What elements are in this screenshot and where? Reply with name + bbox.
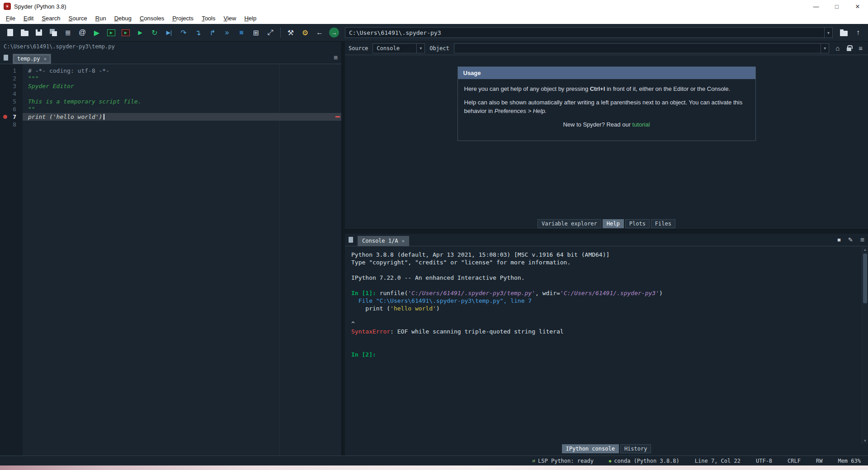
file-switcher-button[interactable]: ≣ xyxy=(61,26,75,39)
stop-debug-button[interactable]: ■ xyxy=(234,26,249,39)
symbol-finder-button[interactable]: @ xyxy=(75,26,90,39)
toolbar-separator xyxy=(280,28,281,38)
back-button[interactable]: ← xyxy=(312,26,327,39)
continue-execution-button[interactable]: » xyxy=(220,26,234,39)
fullscreen-button[interactable]: ⤢ xyxy=(263,26,278,39)
browse-tabs-icon[interactable] xyxy=(349,237,353,243)
usage-body: Here you can get help of any object by p… xyxy=(458,79,755,141)
rename-console-icon[interactable]: ✎ xyxy=(848,236,853,243)
forward-button[interactable]: → xyxy=(327,26,341,39)
title-bar: Spyder (Python 3.8) — □ ✕ xyxy=(0,0,868,13)
home-icon[interactable]: ⌂ xyxy=(835,44,840,52)
plugin-tab-bar: Variable explorer Help Plots Files xyxy=(345,218,868,229)
lsp-status: ⇄LSP Python: ready xyxy=(532,458,593,464)
usage-title: Usage xyxy=(458,67,755,79)
code-line: 5This is a temporary script file. xyxy=(0,98,341,105)
main-toolbar: ≣ @ ▶ ▶ ▶ ▶ ↻ ▶| ↷ ↴ ↱ » ■ ⊞ ⤢ ⚒ ⚙ ← → C… xyxy=(0,24,868,42)
editor-options-menu-icon[interactable]: ≡ xyxy=(334,54,338,62)
conda-env-icon: ● xyxy=(609,459,611,463)
current-code-line: 7print ('hello world') xyxy=(0,113,341,121)
new-file-icon xyxy=(7,29,13,36)
maximize-pane-button[interactable]: ⊞ xyxy=(249,26,263,39)
working-directory-path: C:\Users\61491\.spyder-py3 xyxy=(345,29,824,36)
tab-history[interactable]: History xyxy=(620,444,651,453)
code-editor[interactable]: 1# -*- coding: utf-8 -*- 2""" 3Spyder Ed… xyxy=(0,64,341,456)
browse-tabs-icon[interactable] xyxy=(4,55,8,61)
minimize-button[interactable]: — xyxy=(806,0,826,13)
menu-bar: File Edit Search Source Run Debug Consol… xyxy=(0,13,868,24)
run-file-button[interactable]: ▶ xyxy=(90,26,104,39)
chevron-down-icon[interactable]: ▾ xyxy=(821,44,829,53)
maximize-button[interactable]: □ xyxy=(826,0,847,13)
menu-consoles[interactable]: Consoles xyxy=(136,15,168,22)
console-tab-bar: Console 1/A× ■ ✎ ≡ xyxy=(345,234,868,246)
parent-directory-button[interactable]: ↑ xyxy=(851,26,865,39)
tab-plots[interactable]: Plots xyxy=(625,219,650,228)
help-toolbar-icons: ⌂ ≡ xyxy=(834,44,864,52)
tab-files[interactable]: Files xyxy=(651,219,675,228)
console-plugin-tab-bar: IPython console History xyxy=(345,444,868,454)
scrollbar-thumb[interactable] xyxy=(863,254,867,303)
chevron-down-icon[interactable]: ▾ xyxy=(824,28,832,38)
menu-source[interactable]: Source xyxy=(65,15,91,22)
menu-run[interactable]: Run xyxy=(91,15,110,22)
preferences-button[interactable]: ⚒ xyxy=(283,26,298,39)
editor-breadcrumb: C:\Users\61491\.spyder-py3\temp.py xyxy=(0,42,341,52)
pane-splitter[interactable] xyxy=(342,42,345,456)
rerun-cell-button[interactable]: ↻ xyxy=(147,26,162,39)
interrupt-kernel-icon[interactable]: ■ xyxy=(837,236,841,243)
run-selection-button[interactable]: ▶ xyxy=(133,26,147,39)
code-line: 6"" xyxy=(0,105,341,113)
help-object-combobox[interactable]: ▾ xyxy=(454,43,829,53)
menu-debug[interactable]: Debug xyxy=(110,15,136,22)
tutorial-link[interactable]: tutorial xyxy=(632,121,650,128)
object-label: Object xyxy=(429,45,449,52)
menu-search[interactable]: Search xyxy=(38,15,64,22)
ipython-console-output[interactable]: Python 3.8.8 (default, Apr 13 2021, 15:0… xyxy=(345,246,868,444)
tab-help[interactable]: Help xyxy=(603,219,624,228)
console-scrollbar[interactable]: ▴ ▾ xyxy=(862,246,868,444)
chevron-down-icon[interactable]: ▾ xyxy=(416,44,425,53)
help-options-menu-icon[interactable]: ≡ xyxy=(859,44,863,52)
menu-edit[interactable]: Edit xyxy=(19,15,38,22)
working-directory-combobox[interactable]: C:\Users\61491\.spyder-py3 ▾ xyxy=(345,27,833,38)
save-all-button[interactable] xyxy=(46,26,61,39)
step-out-button[interactable]: ↱ xyxy=(205,26,220,39)
save-button[interactable] xyxy=(32,26,46,39)
menu-tools[interactable]: Tools xyxy=(198,15,219,22)
status-bar: ⇄LSP Python: ready ●conda (Python 3.8.8)… xyxy=(0,456,868,465)
spyder-logo-icon xyxy=(4,3,11,10)
browse-directory-button[interactable] xyxy=(836,26,851,39)
open-file-button[interactable] xyxy=(17,26,32,39)
close-tab-icon[interactable]: × xyxy=(401,238,405,244)
run-cell-button[interactable]: ▶ xyxy=(104,26,118,39)
usage-box: Usage Here you can get help of any objec… xyxy=(458,66,756,141)
help-toolbar: Source Console ▾ Object ▾ ⌂ ≡ xyxy=(345,42,868,55)
run-cell-advance-button[interactable]: ▶ xyxy=(118,26,133,39)
help-source-combobox[interactable]: Console ▾ xyxy=(373,43,425,53)
scroll-up-icon[interactable]: ▴ xyxy=(862,246,868,253)
editor-tab-temp-py[interactable]: temp.py× xyxy=(13,54,51,64)
menu-projects[interactable]: Projects xyxy=(168,15,198,22)
menu-file[interactable]: File xyxy=(2,15,19,22)
desktop-background xyxy=(0,465,868,470)
close-button[interactable]: ✕ xyxy=(847,0,868,13)
memory-status: Mem 63% xyxy=(838,458,861,464)
menu-help[interactable]: Help xyxy=(240,15,260,22)
pythonpath-manager-button[interactable]: ⚙ xyxy=(298,26,312,39)
step-over-button[interactable]: ↷ xyxy=(176,26,191,39)
debug-file-button[interactable]: ▶| xyxy=(162,26,176,39)
step-into-button[interactable]: ↴ xyxy=(191,26,205,39)
menu-view[interactable]: View xyxy=(219,15,240,22)
cursor-position-status: Line 7, Col 22 xyxy=(695,458,741,464)
tab-ipython-console[interactable]: IPython console xyxy=(562,444,619,453)
tab-variable-explorer[interactable]: Variable explorer xyxy=(538,219,601,228)
scroll-down-icon[interactable]: ▾ xyxy=(862,437,868,444)
close-tab-icon[interactable]: × xyxy=(44,56,47,62)
console-tab-1a[interactable]: Console 1/A× xyxy=(358,236,409,246)
new-file-button[interactable] xyxy=(3,26,17,39)
help-content: Usage Here you can get help of any objec… xyxy=(345,55,868,218)
console-options-menu-icon[interactable]: ≡ xyxy=(860,236,864,244)
right-column: Source Console ▾ Object ▾ ⌂ ≡ xyxy=(345,42,868,456)
lock-icon[interactable] xyxy=(847,47,851,51)
